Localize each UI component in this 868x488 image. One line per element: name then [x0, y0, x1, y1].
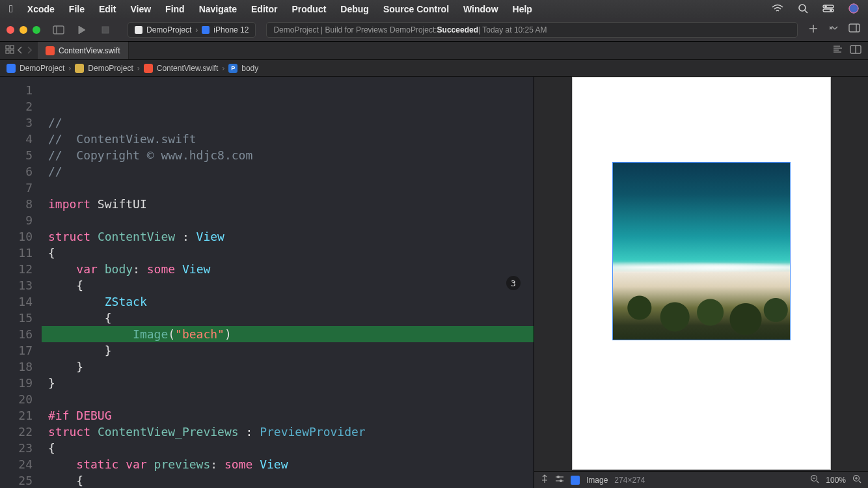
menu-editor[interactable]: Editor [251, 4, 277, 14]
apple-menu-icon[interactable]:  [9, 3, 13, 15]
jump-project[interactable]: DemoProject [20, 64, 64, 73]
svg-line-31 [817, 481, 819, 483]
code-line[interactable]: { [42, 472, 534, 488]
scheme-selector[interactable]: DemoProject › iPhone 12 [128, 22, 256, 38]
svg-rect-16 [6, 46, 9, 49]
nav-back-button[interactable] [17, 45, 23, 57]
status-time: | Today at 10:25 AM [478, 25, 547, 34]
code-editor[interactable]: 1234567891011121314151617181920212223242… [0, 77, 534, 488]
code-line[interactable]: #if DEBUG [42, 407, 534, 424]
code-line[interactable]: } [42, 342, 534, 359]
preview-image-beach[interactable] [612, 162, 791, 340]
swift-file-icon [144, 64, 153, 73]
file-tab-label: ContentView.swift [59, 46, 120, 55]
code-line[interactable]: } [42, 375, 534, 391]
menu-edit[interactable]: Edit [99, 4, 116, 14]
toggle-inspector-button[interactable] [848, 23, 860, 36]
folder-icon [75, 64, 84, 73]
toggle-navigator-button[interactable] [49, 23, 68, 37]
code-line[interactable]: // Copyright © www.hdjc8.com [42, 147, 534, 163]
code-line[interactable]: // [42, 163, 534, 180]
jump-bar[interactable]: DemoProject › DemoProject › ContentView.… [0, 60, 868, 77]
jump-folder[interactable]: DemoProject [88, 64, 133, 73]
menu-file[interactable]: File [69, 4, 85, 14]
code-line[interactable]: struct ContentView_Previews : PreviewPro… [42, 424, 534, 440]
control-center-icon[interactable] [822, 4, 834, 14]
code-line[interactable] [42, 391, 534, 407]
code-line[interactable] [42, 180, 534, 196]
macos-menubar:  Xcode File Edit View Find Navigate Edi… [0, 0, 868, 18]
menu-view[interactable]: View [130, 4, 151, 14]
svg-marker-10 [79, 26, 85, 34]
code-line[interactable]: { [42, 310, 534, 326]
adjust-editor-button[interactable] [850, 45, 861, 57]
wifi-icon[interactable] [772, 4, 783, 15]
zoom-out-button[interactable] [810, 474, 819, 485]
scheme-device: iPhone 12 [213, 25, 249, 34]
code-area[interactable]: //// ContentView.swift// Copyright © www… [42, 77, 534, 488]
editor-tab-bar: ContentView.swift [0, 42, 868, 60]
status-prefix: DemoProject | Build for Previews DemoPro… [273, 25, 437, 34]
code-line[interactable]: } [42, 359, 534, 375]
activity-status: DemoProject | Build for Previews DemoPro… [266, 22, 798, 38]
spotlight-icon[interactable] [798, 3, 808, 16]
window-minimize-button[interactable] [20, 26, 27, 34]
library-button[interactable] [828, 23, 839, 36]
image-type-icon [571, 476, 580, 485]
svg-rect-11 [102, 27, 109, 33]
add-button[interactable] [808, 23, 819, 36]
code-line[interactable]: ZStack [42, 293, 534, 310]
zoom-level[interactable]: 100% [826, 476, 846, 485]
preview-element-label: Image [586, 476, 608, 485]
pin-preview-button[interactable] [541, 474, 549, 485]
code-line[interactable]: { [42, 245, 534, 261]
code-line[interactable]: static var previews: some View [42, 456, 534, 472]
zoom-in-button[interactable] [852, 474, 861, 485]
related-items-button[interactable] [5, 45, 14, 57]
app-icon [135, 26, 142, 34]
nav-forward-button[interactable] [26, 45, 33, 57]
window-zoom-button[interactable] [33, 26, 40, 34]
menu-window[interactable]: Window [463, 4, 498, 14]
menu-product[interactable]: Product [292, 4, 326, 14]
code-line[interactable]: Image("beach") [42, 326, 534, 342]
code-line[interactable]: // ContentView.swift [42, 131, 534, 147]
preview-settings-button[interactable] [555, 475, 564, 485]
project-icon [7, 64, 16, 73]
run-button[interactable] [73, 23, 91, 37]
file-tab-active[interactable]: ContentView.swift [38, 42, 129, 59]
code-line[interactable] [42, 212, 534, 228]
code-line[interactable]: struct ContentView : View [42, 228, 534, 245]
chevron-right-icon: › [195, 25, 198, 34]
property-icon: P [228, 64, 237, 73]
code-line[interactable]: { [42, 277, 534, 293]
menu-debug[interactable]: Debug [340, 4, 369, 14]
window-close-button[interactable] [7, 26, 14, 34]
swift-file-icon [46, 46, 55, 55]
toolbar-right [808, 23, 860, 36]
menu-help[interactable]: Help [513, 4, 532, 14]
app-menu[interactable]: Xcode [27, 4, 55, 14]
code-line[interactable]: var body: some View [42, 261, 534, 277]
swiftui-preview-pane: Image 274×274 100% [534, 77, 868, 488]
chevron-right-icon: › [222, 64, 224, 73]
menu-navigate[interactable]: Navigate [199, 4, 237, 14]
menu-find[interactable]: Find [165, 4, 185, 14]
jump-symbol[interactable]: body [241, 64, 258, 73]
svg-rect-8 [53, 26, 64, 34]
menu-source-control[interactable]: Source Control [383, 4, 449, 14]
preview-element-size: 274×274 [614, 476, 645, 485]
code-line[interactable]: { [42, 440, 534, 456]
siri-icon[interactable] [848, 3, 859, 16]
code-line[interactable]: // [42, 115, 534, 131]
chevron-right-icon: › [137, 64, 140, 73]
preview-canvas[interactable] [534, 77, 868, 471]
jump-file[interactable]: ContentView.swift [157, 64, 219, 73]
diff-count-badge[interactable]: 3 [506, 276, 521, 290]
code-line[interactable]: import SwiftUI [42, 196, 534, 212]
scheme-project: DemoProject [146, 25, 191, 34]
minimap-button[interactable] [833, 45, 843, 57]
stop-button[interactable] [96, 23, 115, 37]
svg-point-5 [830, 10, 832, 11]
svg-rect-14 [849, 24, 860, 32]
